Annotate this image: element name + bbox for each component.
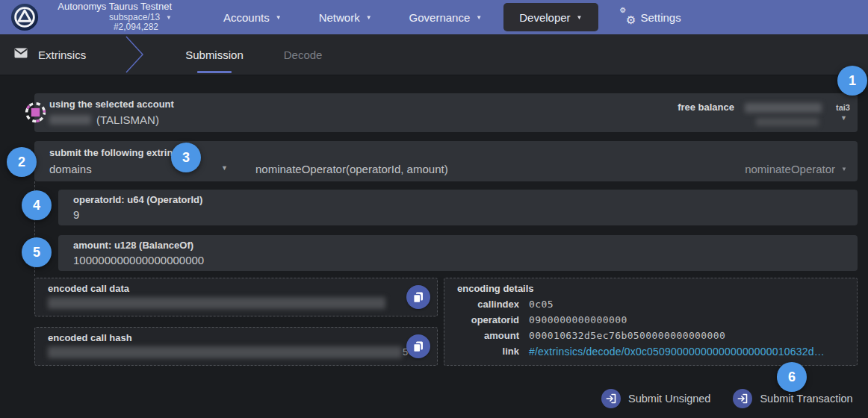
nav-item-accounts[interactable]: Accounts ▼: [205, 0, 300, 34]
encoded-call-hash-panel: encoded call hash 5: [34, 327, 438, 366]
pallet-select[interactable]: domains: [49, 163, 92, 175]
active-tab-underline: [197, 71, 232, 73]
chevron-down-icon: ▼: [476, 14, 482, 21]
section-title: Extrinsics: [38, 49, 86, 61]
operator-id-input[interactable]: 9: [73, 208, 79, 221]
copy-icon: [413, 292, 424, 303]
sign-in-icon: [601, 389, 621, 408]
section-tag: Extrinsics: [13, 46, 86, 63]
annotation-badge-1: 1: [837, 66, 867, 96]
annotation-badge-6: 6: [777, 362, 807, 392]
chevron-divider-icon: [125, 36, 144, 73]
block-number: #2,094,282: [114, 22, 172, 33]
main-nav: Accounts ▼ Network ▼ Governance ▼ Develo…: [205, 0, 700, 34]
chain-info-selector[interactable]: Autonomys Taurus Testnet subspace/13 ▼ #…: [45, 1, 172, 34]
chevron-down-icon[interactable]: ▼: [221, 164, 228, 172]
encoding-row-link: link #/extrinsics/decode/0x0c05090000000…: [444, 346, 857, 361]
chain-spec: subspace/13: [109, 13, 160, 23]
redacted-balance-secondary: [756, 118, 819, 126]
encoding-row-operatorid: operatorid 0900000000000000: [444, 314, 857, 329]
method-select[interactable]: nominateOperator ▼: [745, 163, 847, 175]
balance-unit: tai3: [836, 103, 850, 112]
encoded-call-data-label: encoded call data: [48, 283, 129, 294]
encoding-row-callindex: callindex 0c05: [444, 299, 857, 314]
extrinsic-label: submit the following extrinsic: [49, 147, 186, 158]
account-suffix: (TALISMAN): [96, 113, 159, 126]
chevron-down-icon: ▼: [276, 14, 282, 21]
action-buttons: Submit Unsigned Submit Transaction: [601, 389, 853, 408]
tab-bar: Extrinsics Submission Decode: [0, 34, 868, 75]
account-identicon: [24, 101, 47, 124]
copy-call-hash-button[interactable]: [406, 334, 430, 358]
chevron-down-icon: ▼: [366, 14, 372, 21]
tabs: Submission Decode: [165, 34, 342, 75]
encoding-details-title: encoding details: [457, 283, 534, 294]
tab-submission[interactable]: Submission: [165, 34, 264, 75]
redacted-call-hash: [48, 346, 402, 358]
extrinsics-icon: [13, 46, 28, 63]
account-label: using the selected account: [49, 99, 174, 110]
free-balance-label: free balance: [678, 102, 734, 113]
chevron-down-icon: ▼: [166, 14, 172, 21]
chevron-down-icon: ▼: [841, 166, 847, 172]
annotation-badge-5: 5: [22, 237, 52, 267]
copy-call-data-button[interactable]: [406, 285, 430, 309]
redacted-account-name: [49, 115, 91, 125]
encoding-details-panel: encoding details callindex 0c05 operator…: [444, 278, 858, 366]
encoding-row-amount: amount 000010632d5ec76b0500000000000000: [444, 330, 857, 345]
encoded-call-hash-label: encoded call hash: [48, 332, 132, 343]
nav-item-network[interactable]: Network ▼: [300, 0, 391, 34]
chevron-down-icon: ▼: [577, 14, 583, 21]
submit-unsigned-button[interactable]: Submit Unsigned: [601, 389, 710, 408]
nav-item-settings[interactable]: ⚙⚙ Settings: [601, 0, 700, 34]
param-label: amount: u128 (BalanceOf): [73, 240, 193, 251]
param-operator-id: operatorId: u64 (OperatorId) 9: [58, 190, 858, 225]
amount-input[interactable]: 100000000000000000000: [73, 254, 204, 266]
app-header: Autonomys Taurus Testnet subspace/13 ▼ #…: [0, 0, 868, 34]
annotation-badge-2: 2: [7, 147, 37, 177]
extrinsic-selector-row: submit the following extrinsic domains ▼…: [34, 141, 858, 181]
nav-item-governance[interactable]: Governance ▼: [391, 0, 501, 34]
sign-in-icon: [733, 389, 752, 408]
balance-expand-chevron-icon[interactable]: ▼: [840, 114, 847, 122]
annotation-badge-3: 3: [171, 143, 201, 172]
redacted-call-data: [48, 297, 385, 309]
encoded-call-data-panel: encoded call data: [34, 278, 438, 316]
extrinsics-page: Autonomys Taurus Testnet subspace/13 ▼ #…: [0, 0, 868, 418]
tab-decode[interactable]: Decode: [264, 34, 343, 75]
call-signature: nominateOperator(operatorId, amount): [255, 163, 448, 175]
nav-item-developer[interactable]: Developer ▼: [503, 3, 598, 31]
param-label: operatorId: u64 (OperatorId): [73, 194, 202, 205]
autonomys-logo-icon[interactable]: [10, 3, 39, 31]
copy-icon: [413, 341, 424, 352]
annotation-badge-4: 4: [22, 190, 52, 220]
redacted-balance-value: [745, 103, 822, 113]
param-amount: amount: u128 (BalanceOf) 100000000000000…: [58, 235, 858, 271]
decode-link[interactable]: #/extrinsics/decode/0x0c0509000000000000…: [529, 346, 825, 358]
network-name: Autonomys Taurus Testnet: [58, 1, 172, 13]
gear-icon: ⚙⚙: [620, 10, 636, 25]
account-selector[interactable]: using the selected account (TALISMAN) fr…: [34, 93, 858, 132]
